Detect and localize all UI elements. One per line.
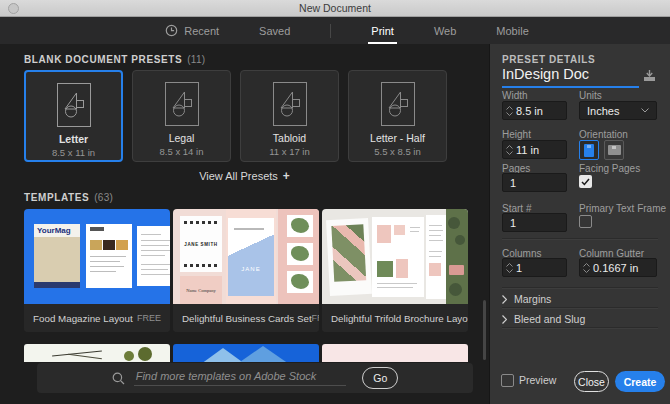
- preset-name: Letter - Half: [370, 132, 425, 144]
- template-row-partial: [24, 344, 468, 362]
- preset-card-letter[interactable]: Letter 8.5 x 11 in: [24, 70, 123, 162]
- preset-card-letter-half[interactable]: Letter - Half 5.5 x 8.5 in: [348, 70, 447, 162]
- column-gutter-stepper[interactable]: [580, 259, 593, 276]
- blank-presets-count: (11): [187, 54, 205, 65]
- template-thumbnail: [322, 209, 468, 304]
- facing-pages-checkbox[interactable]: [579, 175, 592, 188]
- column-gutter-input[interactable]: 0.1667 in: [579, 258, 657, 277]
- blank-document-icon: [381, 82, 415, 126]
- close-button[interactable]: Close: [574, 371, 609, 392]
- start-number-input[interactable]: 1: [502, 213, 567, 232]
- preset-dims: 8.5 x 11 in: [52, 147, 95, 158]
- document-name-input[interactable]: InDesign Doc: [502, 66, 639, 88]
- tab-bar: Recent Saved Print Web Mobile: [0, 17, 670, 44]
- portrait-icon: [584, 144, 594, 157]
- template-card-business-cards[interactable]: JANE SMITH Name Company JANE Delightful …: [173, 209, 319, 332]
- divider: [502, 327, 658, 328]
- template-card-partial[interactable]: [322, 344, 468, 362]
- preset-dims: 5.5 x 8.5 in: [374, 146, 420, 157]
- divider: [502, 287, 658, 288]
- template-card-partial[interactable]: [173, 344, 319, 362]
- primary-text-frame-checkbox[interactable]: [579, 215, 592, 228]
- width-stepper[interactable]: [503, 102, 516, 119]
- primary-text-frame-label: Primary Text Frame: [579, 203, 666, 214]
- search-icon: [112, 372, 125, 385]
- preset-row: Letter 8.5 x 11 in Legal 8.5 x 14 in: [24, 70, 447, 162]
- adobe-stock-search-bar[interactable]: Find more templates on Adobe Stock Go: [37, 363, 473, 393]
- template-card-food-magazine[interactable]: YourMag Food Magazine Layout FREE: [24, 209, 170, 332]
- scrollbar-thumb[interactable]: [483, 300, 486, 360]
- tab-print-label: Print: [371, 25, 394, 37]
- preset-card-legal[interactable]: Legal 8.5 x 14 in: [132, 70, 231, 162]
- tab-web[interactable]: Web: [434, 17, 456, 44]
- window-title: New Document: [0, 0, 670, 16]
- margins-label: Margins: [514, 293, 551, 305]
- templates-header: TEMPLATES(63): [24, 192, 113, 203]
- tab-saved-label: Saved: [259, 25, 290, 37]
- template-title: Food Magazine Layout: [33, 313, 133, 324]
- tab-print[interactable]: Print: [371, 17, 394, 44]
- check-icon: [581, 178, 590, 186]
- free-badge: FREE: [312, 313, 319, 323]
- template-title: Delightful Business Cards Set: [182, 313, 312, 324]
- blank-document-icon: [165, 82, 199, 126]
- clock-icon: [165, 24, 178, 37]
- height-stepper[interactable]: [503, 141, 516, 158]
- save-preset-icon[interactable]: [642, 68, 657, 86]
- view-all-presets-button[interactable]: View All Presets+: [0, 169, 489, 183]
- columns-stepper[interactable]: [503, 259, 516, 276]
- units-select[interactable]: Inches: [579, 101, 657, 120]
- preset-details-header: PRESET DETAILS: [502, 54, 595, 65]
- titlebar: New Document: [0, 0, 670, 17]
- height-value: 11 in: [516, 144, 539, 156]
- width-value: 8.5 in: [516, 105, 543, 117]
- plus-icon: +: [283, 169, 290, 183]
- blank-presets-header: BLANK DOCUMENT PRESETS(11): [24, 54, 205, 65]
- new-document-dialog: New Document Recent Saved Print Web: [0, 0, 670, 404]
- preset-details-panel: PRESET DETAILS InDesign Doc Width Units …: [489, 44, 670, 404]
- bleed-slug-label: Bleed and Slug: [514, 313, 585, 325]
- business-card-name: JANE SMITH: [184, 242, 217, 247]
- template-title: Delightful Trifold Brochure Layout: [331, 313, 468, 324]
- column-gutter-value: 0.1667 in: [593, 262, 638, 274]
- template-card-trifold-brochure[interactable]: Delightful Trifold Brochure Layout FREE: [322, 209, 468, 332]
- template-thumbnail: YourMag: [24, 209, 170, 304]
- bleed-slug-section-toggle[interactable]: Bleed and Slug: [502, 313, 585, 325]
- search-input[interactable]: Find more templates on Adobe Stock: [134, 370, 347, 386]
- tab-web-label: Web: [434, 25, 456, 37]
- preset-card-tabloid[interactable]: Tabloid 11 x 17 in: [240, 70, 339, 162]
- blank-document-icon: [57, 83, 91, 127]
- preview-label: Preview: [519, 374, 556, 386]
- orientation-label: Orientation: [579, 129, 628, 140]
- orientation-portrait-button[interactable]: [579, 140, 599, 160]
- tab-divider: [330, 24, 331, 38]
- tab-saved[interactable]: Saved: [259, 17, 290, 44]
- pages-input[interactable]: 1: [502, 173, 567, 192]
- units-value: Inches: [587, 105, 619, 117]
- preview-checkbox[interactable]: [501, 374, 514, 387]
- orientation-landscape-button[interactable]: [604, 140, 624, 160]
- window-close-button[interactable]: [8, 3, 19, 14]
- divider: [502, 307, 658, 308]
- start-number-value: 1: [510, 217, 516, 229]
- divider: [502, 238, 658, 239]
- margins-section-toggle[interactable]: Margins: [502, 293, 551, 305]
- width-input[interactable]: 8.5 in: [502, 101, 567, 120]
- magazine-cover-title: YourMag: [37, 226, 71, 235]
- columns-value: 1: [516, 262, 522, 274]
- height-label: Height: [502, 129, 531, 140]
- preset-name: Letter: [59, 133, 88, 145]
- business-card-jane: JANE: [228, 266, 274, 272]
- tab-recent-label: Recent: [184, 25, 219, 37]
- height-input[interactable]: 11 in: [502, 140, 567, 159]
- go-button[interactable]: Go: [362, 367, 398, 389]
- template-row: YourMag Food Magazine Layout FREE: [24, 209, 468, 332]
- templates-count: (63): [94, 192, 113, 203]
- units-label: Units: [579, 90, 602, 101]
- columns-input[interactable]: 1: [502, 258, 567, 277]
- create-button[interactable]: Create: [615, 371, 665, 392]
- template-card-partial[interactable]: [24, 344, 170, 362]
- tab-mobile[interactable]: Mobile: [496, 17, 528, 44]
- tab-mobile-label: Mobile: [496, 25, 528, 37]
- tab-recent[interactable]: Recent: [165, 17, 219, 44]
